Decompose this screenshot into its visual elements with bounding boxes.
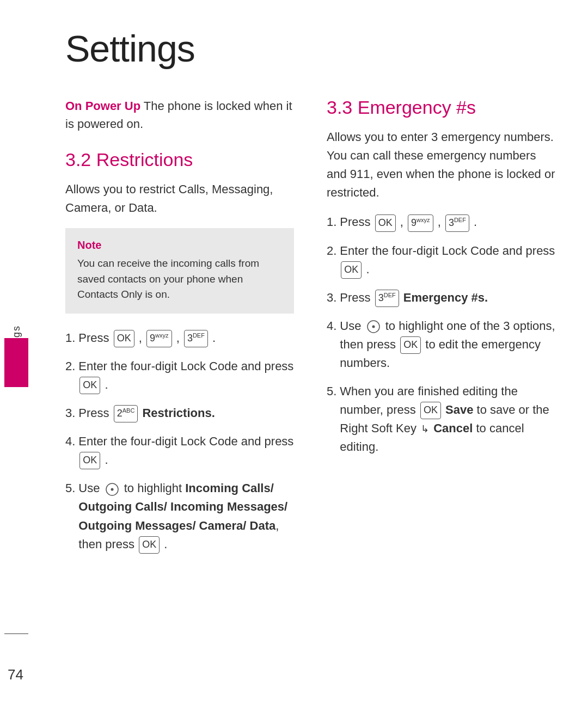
key-9: 9wxyz (146, 330, 171, 347)
step-32-4: 4. Enter the four-digit Lock Code and pr… (65, 432, 294, 469)
on-power-up-label: On Power Up (65, 99, 140, 113)
emergency-bold: Emergency #s. (403, 291, 488, 304)
section-32-description: Allows you to restrict Calls, Messaging,… (65, 180, 294, 217)
key-ok: OK (375, 214, 396, 232)
left-column: On Power Up The phone is locked when it … (65, 97, 294, 563)
step-num: 4. (65, 432, 75, 451)
save-bold: Save (445, 403, 473, 416)
cancel-bold: Cancel (433, 421, 473, 435)
key-ok: OK (139, 536, 160, 554)
section-33-heading: 3.3 Emergency #s (327, 97, 555, 118)
step-num: 1. (327, 213, 336, 231)
step-num: 5. (327, 382, 336, 401)
step-num: 3. (65, 404, 75, 422)
key-3: 3DEF (184, 330, 208, 347)
sidebar-line (4, 633, 28, 634)
step-32-5: 5. Use to highlight Incoming Calls/ Outg… (65, 479, 294, 553)
note-box: Note You can receive the incoming calls … (65, 228, 294, 314)
nav-circle-icon (366, 320, 381, 334)
columns-layout: On Power Up The phone is locked when it … (65, 97, 555, 563)
step-content: Press 2ABC Restrictions. (78, 404, 294, 422)
step-33-5: 5. When you are finished editing the num… (327, 382, 555, 456)
step-content: Enter the four-digit Lock Code and press… (78, 432, 294, 469)
svg-point-1 (111, 488, 113, 491)
step-content: Press OK , 9wxyz , 3DEF . (340, 213, 555, 231)
sidebar: Settings 74 (0, 0, 33, 705)
main-content: Settings On Power Up The phone is locked… (33, 0, 588, 705)
step-num: 5. (65, 479, 75, 498)
step-content: When you are finished editing the number… (340, 382, 555, 456)
key-9: 9wxyz (408, 214, 433, 232)
key-3def: 3DEF (375, 290, 399, 307)
key-2: 2ABC (114, 405, 138, 422)
step-content: Press 3DEF Emergency #s. (340, 289, 555, 307)
key-ok: OK (400, 336, 421, 354)
step-33-2: 2. Enter the four-digit Lock Code and pr… (327, 242, 555, 279)
step-num: 3. (327, 289, 336, 307)
sidebar-accent-bar (4, 338, 28, 387)
step-content: Press OK , 9wxyz , 3DEF . (78, 329, 294, 347)
step-content: Enter the four-digit Lock Code and press… (340, 242, 555, 279)
key-ok: OK (79, 452, 100, 469)
svg-point-3 (372, 326, 375, 328)
step-33-3: 3. Press 3DEF Emergency #s. (327, 289, 555, 307)
step-32-1: 1. Press OK , 9wxyz , 3DEF . (65, 329, 294, 347)
on-power-up-text: On Power Up The phone is locked when it … (65, 97, 294, 133)
step-32-2: 2. Enter the four-digit Lock Code and pr… (65, 357, 294, 394)
step-num: 2. (65, 357, 75, 376)
step-content: Use to highlight Incoming Calls/ Outgoin… (78, 479, 294, 553)
note-text: You can receive the incoming calls from … (77, 256, 282, 303)
page-title: Settings (65, 27, 555, 70)
note-label: Note (77, 239, 282, 252)
key-ok: OK (341, 261, 362, 279)
key-ok: OK (79, 377, 100, 394)
key-ok: OK (420, 402, 441, 419)
step-num: 4. (327, 317, 336, 335)
key-3: 3DEF (445, 214, 469, 232)
restrictions-bold: Restrictions. (142, 406, 215, 420)
step-content: Enter the four-digit Lock Code and press… (78, 357, 294, 394)
section-32-heading: 3.2 Restrictions (65, 149, 294, 170)
on-power-up-section: On Power Up The phone is locked when it … (65, 97, 294, 133)
step-content: Use to highlight one of the 3 options, t… (340, 317, 555, 372)
step-num: 2. (327, 242, 336, 260)
step-32-3: 3. Press 2ABC Restrictions. (65, 404, 294, 422)
cancel-icon: ↳ (421, 422, 429, 437)
key-ok: OK (114, 330, 134, 347)
step-num: 1. (65, 329, 75, 347)
page-number: 74 (8, 666, 23, 683)
nav-circle-icon (105, 482, 119, 496)
step-33-4: 4. Use to highlight one of the 3 options… (327, 317, 555, 372)
step-33-1: 1. Press OK , 9wxyz , 3DEF . (327, 213, 555, 231)
right-column: 3.3 Emergency #s Allows you to enter 3 e… (327, 97, 555, 563)
page-container: Settings 74 Settings On Power Up The pho… (0, 0, 588, 705)
section-33-description: Allows you to enter 3 emergency numbers.… (327, 128, 555, 202)
